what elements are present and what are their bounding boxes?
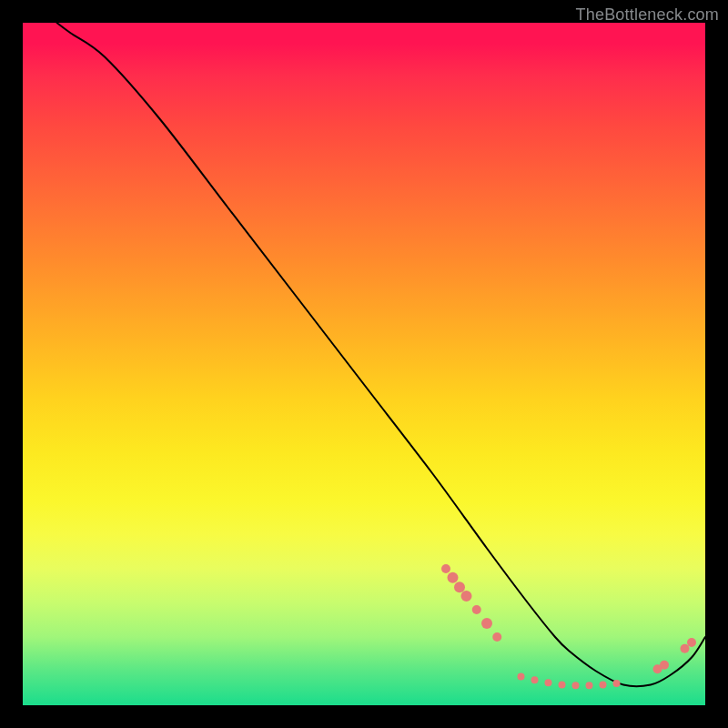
data-marker	[572, 682, 580, 689]
chart-root: TheBottleneck.com	[0, 0, 728, 728]
data-marker	[660, 661, 669, 670]
data-marker	[613, 680, 621, 687]
attribution-text: TheBottleneck.com	[576, 5, 719, 25]
data-marker	[559, 682, 566, 689]
plot-area	[23, 23, 705, 705]
marker-group	[441, 564, 696, 689]
chart-svg	[23, 23, 705, 705]
data-marker	[472, 605, 481, 614]
data-marker	[545, 679, 552, 686]
data-marker	[441, 564, 450, 573]
data-marker	[448, 572, 459, 583]
data-marker	[492, 632, 501, 642]
data-marker	[681, 644, 690, 653]
curve-line	[57, 23, 706, 686]
data-marker	[481, 618, 492, 629]
data-marker	[518, 673, 525, 681]
data-marker	[600, 682, 607, 689]
data-marker	[531, 676, 539, 683]
data-marker	[454, 581, 465, 592]
data-marker	[687, 638, 696, 647]
data-marker	[461, 591, 472, 602]
data-marker	[586, 682, 593, 689]
